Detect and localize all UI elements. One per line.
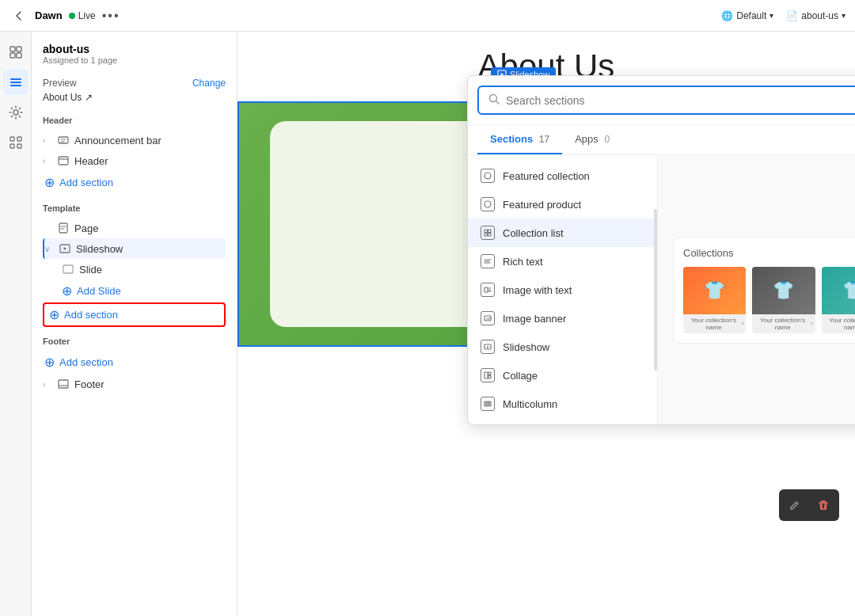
featured-collection-label: Featured collection (503, 170, 590, 182)
back-button[interactable] (10, 6, 28, 25)
multicolumn-label: Multicolumn (503, 398, 557, 410)
chevron-right-icon-2: › (43, 157, 52, 165)
page-menu[interactable]: 📄 about-us ▾ (786, 10, 846, 21)
svg-rect-34 (489, 401, 491, 406)
svg-rect-17 (59, 380, 68, 388)
svg-rect-4 (10, 78, 21, 80)
chevron-down-icon: ▾ (770, 11, 773, 20)
rich-text-label: Rich text (503, 256, 543, 268)
sidebar-main: about-us Assigned to 1 page Preview Chan… (32, 32, 238, 616)
section-item-featured-collection[interactable]: Featured collection (468, 162, 657, 190)
page-subtitle: Assigned to 1 page (43, 55, 226, 65)
apps-icon-btn[interactable] (3, 130, 28, 155)
delete-button[interactable] (811, 492, 836, 518)
edit-button[interactable] (782, 492, 808, 518)
slideshow-label: Slideshow (76, 243, 123, 255)
preview-collection-img-2: 👕 (752, 267, 815, 314)
image-with-text-label: Image with text (503, 284, 572, 296)
preview-collection-label-2: Your collection's name › (752, 314, 815, 333)
settings-icon-btn[interactable] (3, 100, 28, 125)
svg-rect-14 (59, 223, 67, 233)
arrow-icon-1: › (742, 320, 744, 327)
page-title: about-us (43, 43, 226, 55)
sidebar-item-footer[interactable]: › Footer (43, 374, 226, 394)
live-dot (69, 13, 75, 19)
svg-rect-13 (59, 157, 68, 165)
section-item-image-with-text[interactable]: Image with text (468, 276, 657, 304)
layers-icon-btn[interactable] (3, 70, 28, 95)
preview-link-text: About Us (43, 92, 82, 103)
section-item-collage[interactable]: Collage (468, 361, 657, 390)
tab-apps[interactable]: Apps 0 (562, 125, 622, 154)
sections-dropdown[interactable]: Sections 17 Apps 0 (467, 75, 855, 425)
footer-group: Footer ⊕ Add section › Footer (43, 337, 226, 394)
svg-rect-12 (59, 137, 68, 143)
sections-list: Featured collection Featured product (468, 155, 855, 424)
sidebar-item-slideshow[interactable]: ∨ Slideshow (43, 238, 226, 259)
page-info: about-us Assigned to 1 page (43, 43, 226, 65)
svg-rect-2 (10, 53, 15, 58)
collage-label: Collage (503, 370, 538, 382)
section-item-rich-text[interactable]: Rich text (468, 247, 657, 276)
plus-icon: ⊕ (44, 175, 55, 190)
footer-icon (57, 378, 70, 390)
footer-add-section-btn[interactable]: ⊕ Add section (43, 351, 226, 374)
sidebar-nav-icon[interactable] (3, 40, 28, 65)
preview-card-title: Collections (683, 247, 855, 259)
globe-icon: 🌐 (721, 10, 733, 21)
section-item-multirow[interactable]: Multirow (468, 418, 657, 424)
slideshow-item-icon (481, 340, 495, 354)
preview-frame: About Us Slideshow ★ ut U (238, 32, 855, 616)
sidebar-item-header[interactable]: › Header (43, 150, 226, 171)
footer-group-title: Footer (43, 337, 226, 346)
more-button[interactable]: ••• (102, 9, 120, 23)
arrow-icon-2: › (811, 320, 813, 327)
add-slide-btn[interactable]: ⊕ Add Slide (43, 279, 226, 302)
svg-rect-16 (63, 265, 73, 273)
preview-collection-3: 👕 Your collection's name › (822, 267, 855, 333)
svg-rect-5 (10, 82, 21, 83)
svg-rect-23 (488, 230, 492, 233)
svg-rect-30 (488, 372, 491, 375)
search-input[interactable] (506, 94, 855, 107)
preview-link[interactable]: About Us ↗ (43, 92, 226, 103)
section-item-collection-list[interactable]: Collection list (468, 219, 657, 247)
sidebar-item-announcement[interactable]: › Announcement bar (43, 130, 226, 150)
collection-list-label: Collection list (503, 227, 564, 239)
tab-sections[interactable]: Sections 17 (477, 125, 562, 154)
preview-collection-img-1: 👕 (683, 267, 746, 314)
announcement-label: Announcement bar (74, 135, 162, 146)
collage-icon (481, 368, 495, 382)
preview-collection-label-3: Your collection's name › (822, 314, 855, 333)
svg-rect-11 (17, 144, 21, 148)
section-item-slideshow[interactable]: Slideshow (468, 333, 657, 361)
svg-rect-6 (10, 85, 21, 86)
header-icon (57, 154, 70, 167)
preview-collection-1: 👕 Your collection's name › (683, 267, 746, 333)
svg-rect-9 (17, 137, 21, 141)
section-item-featured-product[interactable]: Featured product (468, 190, 657, 219)
featured-collection-icon (481, 169, 495, 183)
chevron-right-icon-3: › (43, 380, 52, 389)
section-item-image-banner[interactable]: Image banner (468, 304, 657, 333)
slide-label: Slide (79, 264, 102, 276)
sidebar-item-slide[interactable]: Slide (43, 259, 226, 279)
template-add-section-btn[interactable]: ⊕ Add section (43, 302, 226, 327)
action-buttons (779, 489, 839, 521)
svg-rect-3 (17, 53, 21, 58)
svg-rect-33 (487, 401, 488, 406)
multicolumn-icon (481, 397, 495, 411)
preview-label: Preview (43, 78, 77, 89)
svg-rect-31 (488, 376, 491, 379)
svg-rect-26 (484, 287, 488, 292)
sidebar-item-page[interactable]: Page (43, 218, 226, 238)
header-add-section-btn[interactable]: ⊕ Add section (43, 171, 226, 194)
slide-icon (62, 263, 74, 276)
globe-menu[interactable]: 🌐 Default ▾ (721, 10, 773, 21)
preview-card: Collections 👕 Your collection's name (673, 237, 855, 344)
chevron-right-icon: › (43, 136, 52, 145)
preview-change-btn[interactable]: Change (192, 78, 226, 89)
svg-rect-8 (10, 137, 14, 141)
live-indicator: Live (69, 10, 96, 21)
section-item-multicolumn[interactable]: Multicolumn (468, 390, 657, 418)
